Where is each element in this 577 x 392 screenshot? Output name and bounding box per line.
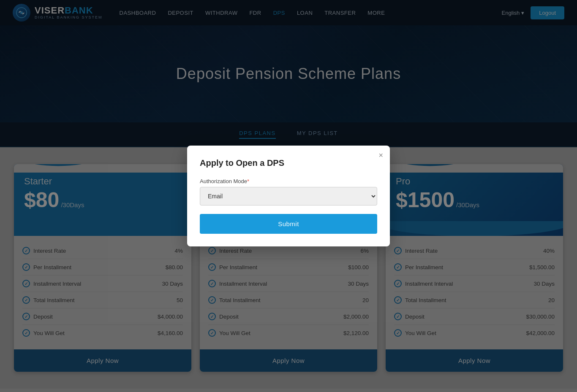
required-indicator: * <box>247 178 249 184</box>
authorization-mode-select[interactable]: Email SMS Google Authenticator <box>200 187 377 205</box>
modal-overlay[interactable]: Apply to Open a DPS × Authorization Mode… <box>0 0 577 389</box>
submit-button[interactable]: Submit <box>200 214 377 234</box>
modal-title: Apply to Open a DPS <box>200 158 377 168</box>
modal-close-button[interactable]: × <box>378 151 383 159</box>
modal-apply-dps: Apply to Open a DPS × Authorization Mode… <box>187 146 390 246</box>
auth-mode-label: Authorization Mode* <box>200 178 377 184</box>
